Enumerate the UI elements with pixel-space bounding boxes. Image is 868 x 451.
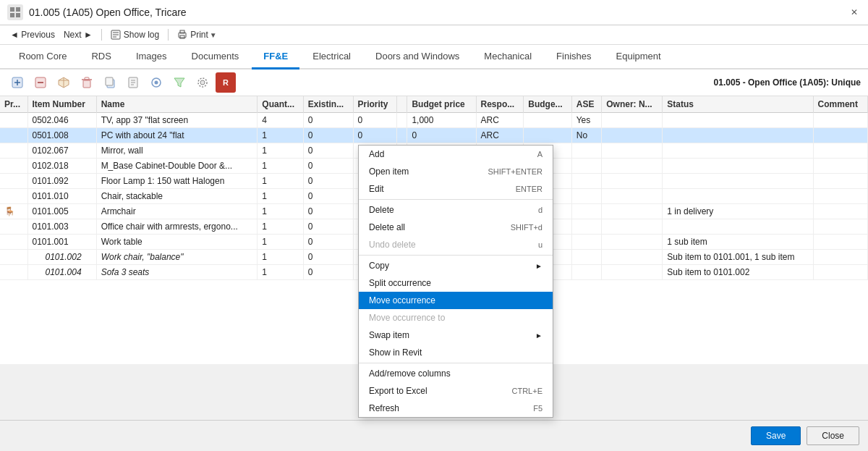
settings-icon[interactable]	[192, 72, 213, 93]
table-cell	[571, 204, 602, 219]
context-menu-item-refresh[interactable]: RefreshF5	[359, 400, 553, 417]
table-cell: 0101.001	[27, 235, 96, 250]
cube-icon[interactable]	[54, 72, 74, 93]
view-icon[interactable]	[146, 72, 166, 93]
table-cell	[813, 219, 867, 235]
table-cell	[813, 113, 867, 128]
table-cell: Sofa 3 seats	[96, 265, 258, 280]
table-cell: Work table	[96, 235, 258, 250]
delete-icon[interactable]	[77, 72, 97, 93]
context-menu-item-label: Open item	[369, 167, 409, 177]
table-cell	[602, 159, 663, 174]
table-cell: 0	[303, 174, 353, 189]
table-row[interactable]: 0502.046TV, app 37 "flat screen4001,000A…	[0, 113, 868, 128]
table-cell	[602, 204, 663, 219]
context-menu-item-move-occurrence[interactable]: Move occurrence	[359, 292, 553, 309]
context-menu-item-edit[interactable]: EditENTER	[359, 180, 553, 198]
add-item-icon[interactable]	[7, 72, 27, 93]
context-menu-item-label: Split occurrence	[369, 278, 431, 288]
room-info-label: 01.005 - Open Office (1A05): Unique	[714, 77, 861, 88]
context-menu-item-add[interactable]: AddA	[359, 146, 553, 163]
previous-button[interactable]: ◄ Previous	[7, 28, 58, 41]
table-cell: Armchair	[96, 204, 258, 219]
tab-mechanical[interactable]: Mechanical	[472, 45, 543, 69]
table-cell	[571, 235, 602, 250]
tab-electrical[interactable]: Electrical	[301, 45, 362, 69]
svg-rect-2	[10, 13, 14, 17]
table-cell	[0, 189, 27, 204]
table-cell	[663, 159, 813, 174]
context-menu-item-export-to-excel[interactable]: Export to ExcelCTRL+E	[359, 382, 553, 400]
table-cell: ARC	[476, 113, 524, 128]
close-button[interactable]: Close	[807, 426, 859, 445]
context-menu-item-swap-item[interactable]: Swap item►	[359, 326, 553, 344]
table-cell	[663, 219, 813, 235]
context-menu-item-move-occurrence-to: Move occurrence to	[359, 309, 553, 326]
print-button[interactable]: Print ▼	[174, 28, 220, 41]
context-menu-item-open-item[interactable]: Open itemSHIFT+ENTER	[359, 163, 553, 180]
context-menu-item-delete-all[interactable]: Delete allSHIFT+d	[359, 219, 553, 236]
table-cell: 0	[303, 113, 353, 128]
tab-ffande[interactable]: FF&E	[252, 45, 299, 69]
table-cell	[0, 128, 27, 143]
context-menu-item-delete[interactable]: Deleted	[359, 201, 553, 219]
table-header-cell: Pr...	[0, 96, 27, 113]
filter-icon[interactable]	[169, 72, 190, 93]
context-menu-shortcut: F5	[533, 404, 542, 413]
copy-icon[interactable]	[100, 72, 120, 93]
tab-images[interactable]: Images	[124, 45, 179, 69]
revit-icon[interactable]: R	[216, 72, 236, 93]
table-header-cell: Quant...	[258, 96, 304, 113]
context-menu-separator	[359, 363, 553, 363]
context-menu-shortcut: d	[538, 206, 542, 214]
table-cell	[0, 265, 27, 280]
close-icon[interactable]: ✕	[848, 6, 861, 19]
context-menu-item-label: Copy	[369, 261, 389, 271]
table-cell	[0, 159, 27, 174]
table-header-cell: Item Number	[27, 96, 96, 113]
table-cell: 1	[258, 235, 304, 250]
save-button[interactable]: Save	[751, 426, 801, 445]
table-cell: 0501.008	[27, 128, 96, 143]
table-cell: 0	[303, 219, 353, 235]
context-menu-item-split-occurrence[interactable]: Split occurrence	[359, 274, 553, 292]
table-header-cell	[397, 96, 407, 113]
table-cell: 0	[303, 128, 353, 143]
context-menu-item-show-in-revit[interactable]: Show in Revit	[359, 344, 553, 361]
table-cell	[813, 235, 867, 250]
tab-room-core[interactable]: Room Core	[7, 45, 78, 69]
context-menu-item-label: Undo delete	[369, 240, 416, 250]
table-cell: 1	[258, 219, 304, 235]
table-cell: 1	[258, 143, 304, 159]
document-icon[interactable]	[123, 72, 143, 93]
show-log-button[interactable]: Show log	[108, 28, 162, 41]
table-cell	[602, 113, 663, 128]
table-cell: 4	[258, 113, 304, 128]
table-row[interactable]: 0501.008PC with about 24 "flat1000ARCNo	[0, 128, 868, 143]
table-cell: 1	[258, 250, 304, 265]
tab-finishes[interactable]: Finishes	[545, 45, 603, 69]
table-cell: 0	[303, 235, 353, 250]
table-cell: 0	[303, 250, 353, 265]
remove-item-icon[interactable]	[30, 72, 51, 93]
context-menu-item-add-remove-columns[interactable]: Add/remove columns	[359, 365, 553, 382]
tab-rds[interactable]: RDS	[80, 45, 122, 69]
print-dropdown-arrow[interactable]: ▼	[210, 31, 217, 39]
context-menu-item-copy[interactable]: Copy►	[359, 257, 553, 274]
table-cell	[571, 219, 602, 235]
table-cell	[602, 265, 663, 280]
table-cell: 0101.003	[27, 219, 96, 235]
table-header-cell: Respo...	[476, 96, 524, 113]
table-cell: 0	[303, 143, 353, 159]
table-cell: Yes	[571, 113, 602, 128]
table-cell: No	[571, 128, 602, 143]
next-button[interactable]: Next ►	[61, 28, 95, 41]
tab-equipment[interactable]: Equipment	[605, 45, 673, 69]
svg-rect-1	[16, 7, 20, 12]
window-title: 01.005 (1A05) Open Office, Tricare	[29, 7, 187, 18]
table-cell	[663, 189, 813, 204]
tab-doors-windows[interactable]: Doors and Windows	[364, 45, 471, 69]
table-cell	[813, 204, 867, 219]
table-cell	[602, 219, 663, 235]
tab-documents[interactable]: Documents	[180, 45, 251, 69]
